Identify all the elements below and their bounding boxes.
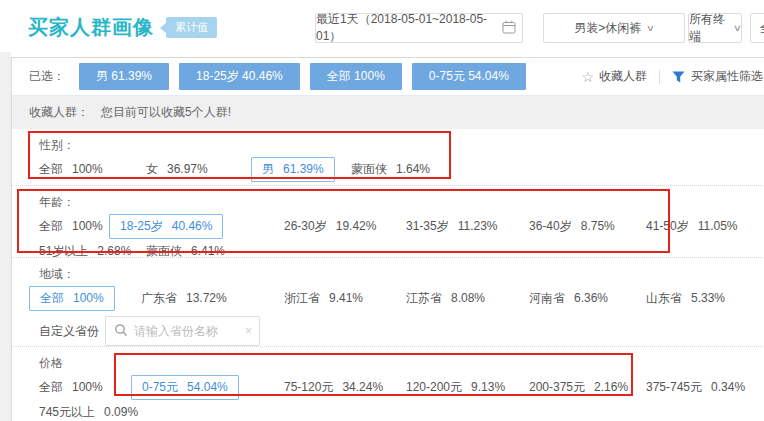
selected-option-box: 18-25岁 40.46% — [109, 214, 223, 239]
buyer-attribute-filter-label: 买家属性筛选 — [691, 68, 763, 85]
calendar-button[interactable] — [495, 13, 523, 43]
option-region-guangdong[interactable]: 广东省 13.72% — [141, 290, 284, 307]
favorite-crowd-button[interactable]: ☆ 收藏人群 — [581, 68, 647, 85]
buyer-attribute-filter-button[interactable]: 买家属性筛选 — [672, 68, 763, 85]
favorite-crowd-row: 收藏人群： 您目前可以收藏5个人群! — [12, 96, 764, 129]
terminal-label: 所有终端 — [689, 11, 728, 45]
selected-tag-price[interactable]: 0-75元 54.04% — [412, 63, 526, 90]
option-gender-male-selected[interactable]: 男 61.39% — [261, 157, 351, 182]
section-price: 价格 全部 100% 0-75元 54.04% 75-120元 34.24% — [12, 347, 764, 421]
vertical-divider — [659, 70, 660, 84]
section-region: 地域： 全部 100% 广东省 13.72% 浙江省 9.41% 江 — [12, 258, 764, 347]
option-gender-female[interactable]: 女 36.97% — [146, 161, 261, 178]
province-search-box[interactable]: × — [105, 316, 260, 346]
option-age-all[interactable]: 全部 100% — [39, 218, 119, 235]
option-price-120-200[interactable]: 120-200元 9.13% — [406, 379, 529, 396]
option-price-375-745[interactable]: 375-745元 0.34% — [646, 379, 745, 396]
option-age-31-35[interactable]: 31-35岁 11.23% — [406, 218, 529, 235]
option-region-jiangsu[interactable]: 江苏省 8.08% — [406, 290, 529, 307]
age-section-label: 年龄： — [39, 195, 764, 210]
selected-tag-gender[interactable]: 男 61.39% — [79, 63, 169, 90]
search-icon — [114, 323, 128, 340]
selected-option-box: 0-75元 54.04% — [131, 375, 239, 400]
province-search-input[interactable] — [134, 324, 237, 338]
date-range-button[interactable]: 最近1天（2018-05-01~2018-05-01） — [315, 13, 496, 43]
option-region-henan[interactable]: 河南省 6.36% — [529, 290, 646, 307]
cumulative-badge: 累计值 — [166, 17, 217, 38]
selected-option-box: 男 61.39% — [251, 157, 335, 182]
calendar-icon — [502, 20, 516, 37]
favorite-row-message: 您目前可以收藏5个人群! — [101, 104, 231, 121]
option-age-26-30[interactable]: 26-30岁 19.42% — [284, 218, 406, 235]
option-age-masked[interactable]: 蒙面侠 6.41% — [146, 243, 225, 260]
gender-section-label: 性别： — [39, 138, 764, 153]
option-price-75-120[interactable]: 75-120元 34.24% — [284, 379, 406, 396]
selected-option-box: 全部 100% — [29, 286, 115, 311]
region-section-label: 地域： — [39, 267, 764, 282]
terminal-dropdown[interactable]: 所有终端 ∨ — [688, 13, 742, 43]
selected-label: 已选： — [29, 68, 65, 85]
option-age-41-50[interactable]: 41-50岁 11.05% — [646, 218, 738, 235]
option-region-all-selected[interactable]: 全部 100% — [39, 286, 141, 311]
clipped-right-button-label: 全 — [760, 20, 764, 37]
option-price-200-375[interactable]: 200-375元 2.16% — [529, 379, 646, 396]
selected-tag-region[interactable]: 全部 100% — [310, 63, 402, 90]
option-price-all[interactable]: 全部 100% — [39, 379, 141, 396]
content-card: 已选： 男 61.39% 18-25岁 40.46% 全部 100% 0-75元… — [11, 57, 764, 421]
chevron-down-icon: ∨ — [646, 23, 655, 33]
option-gender-all[interactable]: 全部 100% — [39, 161, 146, 178]
selected-filters-bar: 已选： 男 61.39% 18-25岁 40.46% 全部 100% 0-75元… — [12, 58, 764, 96]
favorite-crowd-label: 收藏人群 — [599, 68, 647, 85]
page-left-margin — [0, 52, 11, 421]
price-section-label: 价格 — [39, 356, 764, 371]
option-gender-masked[interactable]: 蒙面侠 1.64% — [351, 161, 430, 178]
star-icon: ☆ — [581, 69, 594, 85]
page-title: 买家人群画像 — [28, 14, 154, 41]
date-range-label: 最近1天（2018-05-01~2018-05-01） — [316, 11, 495, 45]
section-gender: 性别： 全部 100% 女 36.97% 男 61.39% 蒙面侠 — [12, 129, 764, 186]
clear-icon[interactable]: × — [245, 324, 252, 338]
header: 买家人群画像 累计值 最近1天（2018-05-01~2018-05-01） 男… — [0, 0, 764, 57]
selected-tag-age[interactable]: 18-25岁 40.46% — [179, 63, 300, 90]
favorite-row-label: 收藏人群： — [29, 104, 89, 121]
option-age-36-40[interactable]: 36-40岁 8.75% — [529, 218, 646, 235]
option-price-745-plus[interactable]: 745元以上 0.09% — [39, 404, 138, 421]
section-age: 年龄： 全部 100% 18-25岁 40.46% 26-30岁 19.42% — [12, 186, 764, 258]
option-region-shandong[interactable]: 山东省 5.33% — [646, 290, 725, 307]
option-age-18-25-selected[interactable]: 18-25岁 40.46% — [119, 214, 284, 239]
custom-province-label: 自定义省份 — [39, 323, 105, 340]
category-label: 男装>休闲裤 — [574, 20, 641, 37]
buyer-persona-page: 买家人群画像 累计值 最近1天（2018-05-01~2018-05-01） 男… — [0, 0, 764, 421]
category-dropdown[interactable]: 男装>休闲裤 ∨ — [543, 13, 685, 43]
filter-funnel-icon — [672, 71, 685, 83]
option-age-51-plus[interactable]: 51岁以上 2.68% — [39, 243, 146, 260]
chevron-down-icon: ∨ — [733, 23, 742, 33]
clipped-right-button[interactable]: 全 — [750, 13, 764, 43]
option-region-zhejiang[interactable]: 浙江省 9.41% — [284, 290, 406, 307]
option-price-0-75-selected[interactable]: 0-75元 54.04% — [141, 375, 284, 400]
